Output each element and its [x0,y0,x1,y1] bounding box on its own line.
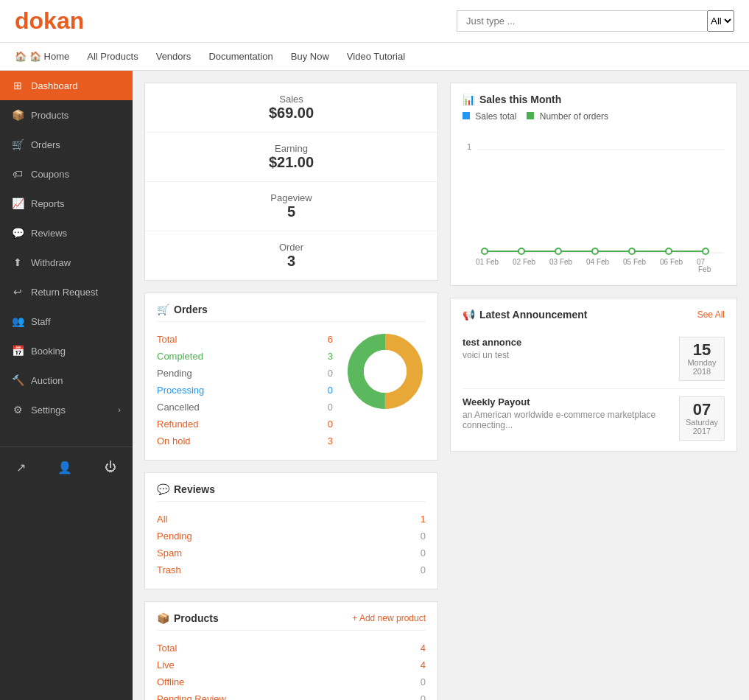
logo: dokan [15,7,84,35]
order-pending-value: 0 [328,368,333,379]
announcement-date-1: 07 Saturday 2017 [679,396,725,441]
announcement-date-num-0: 15 [683,342,721,358]
order-onhold-label: On hold [157,435,191,447]
sidebar-item-orders[interactable]: 🛒 Orders [0,130,133,159]
order-cancelled-value: 0 [328,402,333,413]
sidebar-bottom: ↗ 👤 ⏻ [0,447,133,488]
sidebar-label-settings: Settings [31,405,66,416]
reports-icon: 📈 [12,197,24,209]
staff-icon: 👥 [12,315,24,327]
order-row-cancelled: Cancelled 0 [157,399,333,416]
coupons-icon: 🏷 [12,168,24,180]
search-area: All [457,10,734,32]
pageview-stat: Pageview 5 [145,182,437,231]
logo-highlight: do [15,7,43,34]
nav-home[interactable]: 🏠 🏠 Home [15,51,69,62]
announcement-date-year-1: 2017 [683,427,721,435]
review-all-value: 1 [421,514,426,525]
orders-list: Total 6 Completed 3 Pending 0 [157,331,333,449]
announcement-date-0: 15 Monday 2018 [679,337,725,381]
add-product-button[interactable]: + Add new product [352,613,426,623]
sidebar-item-return-request[interactable]: ↩ Return Request [0,277,133,307]
review-row-pending: Pending 0 [157,528,426,545]
order-processing-value: 0 [328,385,333,396]
svg-text:04 Feb: 04 Feb [586,258,610,266]
order-completed-value: 3 [328,351,333,362]
stats-card: Sales $69.00 Earning $21.00 Pageview 5 O… [144,83,438,281]
order-refunded-value: 0 [328,419,333,430]
order-row-pending: Pending 0 [157,365,333,382]
settings-icon: ⚙ [12,404,24,416]
order-value: 3 [160,253,423,270]
return-icon: ↩ [12,286,24,298]
sales-value: $69.00 [160,105,423,122]
sidebar-item-settings[interactable]: ⚙ Settings › [0,395,133,424]
products-card: 📦 Products + Add new product Total 4 Liv… [144,601,438,700]
search-category-select[interactable]: All [707,10,734,32]
user-profile-button[interactable]: 👤 [50,456,80,479]
sidebar-item-staff[interactable]: 👥 Staff [0,307,133,336]
reviews-card: 💬 Reviews All 1 Pending 0 Spam 0 Trash [144,472,438,589]
sidebar-label-reports: Reports [31,198,65,209]
chart-legend: Sales total Number of orders [463,111,725,122]
see-all-button[interactable]: See All [697,309,725,320]
orders-icon-title: 🛒 [157,304,169,315]
announcements-card: 📢 Latest Announcement See All test annon… [450,298,737,452]
nav-video-tutorial[interactable]: Video Tutorial [347,51,405,62]
svg-point-8 [555,248,561,254]
top-bar: dokan All [0,0,749,43]
sidebar-item-auction[interactable]: 🔨 Auction [0,365,133,395]
sales-stat: Sales $69.00 [145,83,437,133]
review-trash-value: 0 [421,564,426,575]
review-pending-value: 0 [421,531,426,542]
svg-point-2 [364,350,407,393]
reviews-title: 💬 Reviews [157,483,426,502]
products-icon: 📦 [12,109,24,121]
announcement-date-num-1: 07 [683,402,721,418]
order-completed-label: Completed [157,351,203,362]
order-refunded-label: Refunded [157,419,198,430]
product-row-pending-review: Pending Review 0 [157,690,426,700]
withdraw-icon: ⬆ [12,256,24,268]
legend-sales-total: Sales total [463,111,516,122]
product-live-label: Live [157,659,175,671]
svg-point-12 [703,248,708,254]
sidebar-item-dashboard[interactable]: ⊞ Dashboard [0,71,133,100]
review-trash-label: Trash [157,564,181,575]
sidebar-label-withdraw: Withdraw [31,257,71,268]
announcement-text-1: Weekly Payout an American worldwide e-co… [463,396,670,441]
order-label: Order [160,242,423,253]
search-input[interactable] [457,10,707,32]
nav-all-products[interactable]: All Products [87,51,138,62]
order-total-value: 6 [328,334,333,345]
nav-vendors[interactable]: Vendors [156,51,191,62]
products-title: 📦 Products + Add new product [157,612,426,631]
announcement-date-year-0: 2018 [683,367,721,376]
announcement-text-0: test annonce voici un test [463,337,670,381]
sidebar-item-reviews[interactable]: 💬 Reviews [0,218,133,248]
nav-buy-now[interactable]: Buy Now [291,51,329,62]
sidebar-label-booking: Booking [31,346,66,357]
order-cancelled-label: Cancelled [157,402,200,413]
order-pending-label: Pending [157,368,192,379]
order-total-label: Total [157,334,177,345]
order-onhold-value: 3 [328,435,333,447]
svg-text:1: 1 [467,142,471,151]
svg-text:01 Feb: 01 Feb [476,258,499,266]
legend-sales-dot [463,112,470,119]
svg-point-10 [629,248,635,254]
reviews-icon-title: 💬 [157,483,169,495]
sidebar-item-products[interactable]: 📦 Products [0,100,133,130]
sidebar-item-withdraw[interactable]: ⬆ Withdraw [0,248,133,277]
pageview-label: Pageview [160,192,423,203]
legend-num-orders: Number of orders [527,111,608,122]
sidebar-item-coupons[interactable]: 🏷 Coupons [0,159,133,189]
order-row-processing: Processing 0 [157,382,333,399]
logout-button[interactable]: ⏻ [97,456,124,479]
external-link-button[interactable]: ↗ [9,456,33,479]
nav-documentation[interactable]: Documentation [208,51,272,62]
announcement-title-0: test annonce [463,337,670,348]
sidebar-item-reports[interactable]: 📈 Reports [0,189,133,218]
sidebar-item-booking[interactable]: 📅 Booking [0,336,133,365]
right-column: 📊 Sales this Month Sales total Number of… [450,83,737,452]
